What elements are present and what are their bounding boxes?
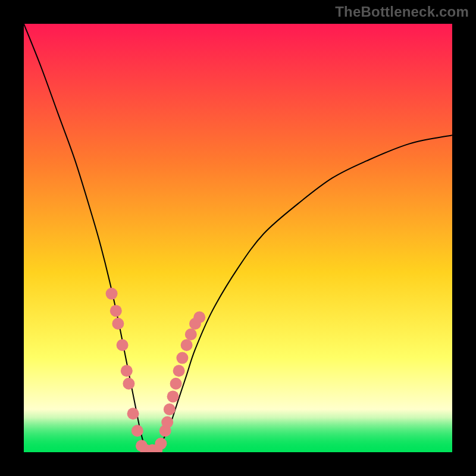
chart-frame: TheBottleneck.com bbox=[0, 0, 476, 476]
plot-area bbox=[24, 24, 452, 452]
gpu-sample-marker bbox=[110, 305, 122, 317]
gpu-sample-marker bbox=[106, 288, 118, 300]
gpu-sample-markers bbox=[106, 288, 206, 452]
curve-layer bbox=[24, 24, 452, 452]
gpu-sample-marker bbox=[131, 425, 143, 437]
gpu-sample-marker bbox=[127, 408, 139, 419]
gpu-sample-marker bbox=[155, 438, 167, 450]
gpu-sample-marker bbox=[117, 339, 129, 351]
gpu-sample-marker bbox=[170, 378, 182, 390]
gpu-sample-marker bbox=[121, 365, 133, 377]
gpu-sample-marker bbox=[185, 328, 197, 340]
gpu-sample-marker bbox=[181, 339, 193, 351]
gpu-sample-marker bbox=[164, 403, 176, 415]
watermark-text: TheBottleneck.com bbox=[335, 4, 469, 20]
gpu-sample-marker bbox=[123, 378, 134, 390]
bottleneck-curve bbox=[24, 24, 452, 452]
gpu-sample-marker bbox=[176, 352, 188, 364]
gpu-sample-marker bbox=[167, 390, 179, 402]
gpu-sample-marker bbox=[161, 416, 173, 428]
gpu-sample-marker bbox=[112, 318, 124, 330]
gpu-sample-marker bbox=[193, 311, 205, 323]
gpu-sample-marker bbox=[173, 365, 185, 377]
